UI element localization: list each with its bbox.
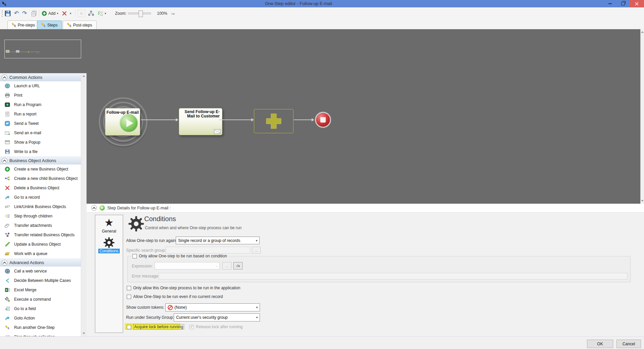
- details-tab-label: General: [102, 229, 116, 234]
- send-email-icon: [5, 130, 10, 136]
- zoom-slider-thumb[interactable]: [139, 10, 143, 17]
- sidebar-item-label: Go to a record: [14, 195, 40, 200]
- node-send-follow-up-email[interactable]: Send Follow-up E-Mail to Customer: [179, 108, 222, 135]
- layout-tree-button[interactable]: [88, 9, 94, 17]
- step-details-panel: ★GeneralConditions Conditions Control wh…: [87, 212, 644, 336]
- custom-tokens-dropdown[interactable]: (None) ▾: [165, 303, 260, 311]
- node-insert-step[interactable]: [254, 109, 293, 133]
- sidebar-item-label: Link/Unlink Business Objects: [14, 204, 66, 209]
- toolbar-grip[interactable]: [2, 10, 3, 17]
- section-header-business-object-actions[interactable]: Business Object Actions: [0, 156, 81, 164]
- step-details-title: Step Details for Follow-up E-mail :: [107, 206, 171, 210]
- sidebar-item-send-a-tweet[interactable]: Send a Tweet: [0, 119, 81, 128]
- sidebar-item-update-a-business-object[interactable]: Update a Business Object: [0, 240, 81, 249]
- restore-button[interactable]: [616, 0, 629, 7]
- paste-button[interactable]: [31, 9, 37, 17]
- section-header-advanced-actions[interactable]: Advanced Actions: [0, 258, 81, 266]
- tab-pre-steps[interactable]: Pre-steps: [7, 20, 39, 29]
- sidebar-item-create-a-new-business-object[interactable]: Create a new Business Object: [0, 164, 81, 174]
- sidebar-item-label: Print: [14, 93, 22, 98]
- sidebar-item-label: Excel Merge: [14, 288, 37, 292]
- checklist-button[interactable]: ▾: [97, 9, 106, 17]
- sidebar-item-write-to-a-file[interactable]: Write to a file: [0, 147, 81, 156]
- tab-steps[interactable]: Steps: [37, 20, 62, 29]
- delete-button[interactable]: [62, 9, 67, 17]
- sidebar-item-step-through-children[interactable]: Step through children: [0, 211, 81, 221]
- run-against-dropdown[interactable]: Single record or a group of records ▾: [176, 237, 260, 244]
- sidebar-item-go-to-a-field[interactable]: Go to a field: [0, 304, 81, 313]
- sidebar-item-run-a-program[interactable]: Run a Program: [0, 100, 81, 109]
- sidebar-item-send-an-e-mail[interactable]: Send an e-mail: [0, 128, 81, 138]
- zoom-slider-track[interactable]: [128, 12, 151, 14]
- decide-cases-icon: [5, 278, 10, 283]
- sidebar-item-step-through-collection[interactable]: Step through collection: [0, 332, 81, 336]
- sidebar-item-show-a-popup[interactable]: Show a Popup: [0, 138, 81, 147]
- launch-url-icon: [5, 83, 10, 89]
- checklist-dropdown-arrow[interactable]: ▾: [105, 12, 106, 15]
- acquire-lock-checkbox[interactable]: [127, 325, 131, 329]
- sidebar-item-label: Create a new Business Object: [14, 167, 68, 171]
- canvas-scroll-up[interactable]: [641, 31, 644, 33]
- sidebar-item-label: Goto Action: [14, 316, 35, 320]
- collapse-details-button[interactable]: [91, 205, 97, 211]
- sidebar-item-work-with-a-queue[interactable]: Work with a queue: [0, 249, 81, 258]
- sidebar-item-delete-a-business-object[interactable]: Delete a Business Object: [0, 183, 81, 193]
- node-end-stop[interactable]: [315, 111, 331, 128]
- details-tab-general[interactable]: ★General: [95, 217, 123, 234]
- delete-bo-icon: [5, 185, 10, 191]
- no-record-checkbox[interactable]: [127, 295, 131, 299]
- sidebar-item-go-to-a-record[interactable]: Go to a record: [0, 193, 81, 202]
- collapse-section-button[interactable]: [2, 74, 7, 80]
- details-tab-conditions[interactable]: Conditions: [95, 237, 123, 253]
- update-bo-icon: [5, 242, 10, 247]
- minimap-connector: [7, 52, 40, 52]
- toolbar-overflow-arrow[interactable]: ˅▾: [171, 12, 175, 16]
- cancel-button[interactable]: Cancel: [616, 340, 641, 348]
- section-header-common-actions[interactable]: Common Actions: [0, 73, 81, 81]
- sidebar-item-call-a-web-service[interactable]: Call a web service: [0, 266, 81, 276]
- save-button[interactable]: [5, 9, 11, 17]
- zoom-slider[interactable]: [128, 9, 151, 17]
- sidebar-item-launch-a-url[interactable]: Launch a URL: [0, 81, 81, 91]
- scroll-down-arrow[interactable]: [83, 333, 85, 334]
- search-group-browse-button: ...: [252, 247, 261, 254]
- add-button[interactable]: Add ▾: [42, 9, 58, 17]
- canvas-scroll-down[interactable]: [641, 200, 644, 202]
- app-only-checkbox[interactable]: [127, 286, 131, 290]
- collapse-section-button[interactable]: [2, 158, 7, 163]
- sidebar-item-print[interactable]: Print: [0, 91, 81, 100]
- sidebar-item-excel-merge[interactable]: Excel Merge: [0, 285, 81, 295]
- delete-dropdown[interactable]: ▾: [70, 9, 71, 17]
- tab-post-steps[interactable]: Post-steps: [63, 20, 97, 29]
- collapse-section-button[interactable]: [2, 260, 7, 265]
- canvas-scrollbar[interactable]: [640, 29, 644, 204]
- minimap-viewport[interactable]: [4, 40, 81, 58]
- flow-designer-canvas[interactable]: Follow-up E-mail Send Follow-up E-Mail t…: [87, 29, 644, 204]
- ok-button[interactable]: OK: [587, 340, 613, 348]
- condition-checkbox[interactable]: [132, 254, 137, 258]
- close-button[interactable]: [629, 0, 644, 7]
- sidebar-item-run-another-one-step[interactable]: Run another One-Step: [0, 323, 81, 332]
- sidebar-item-create-a-new-child-business-object[interactable]: Create a new child Business Object: [0, 174, 81, 183]
- minimize-button[interactable]: [604, 0, 616, 7]
- play-icon[interactable]: [119, 113, 139, 133]
- redo-button[interactable]: ↷: [22, 9, 27, 17]
- sidebar-item-transfer-attachments[interactable]: Transfer attachments: [0, 221, 81, 230]
- sidebar-item-execute-a-command[interactable]: Execute a command: [0, 295, 81, 304]
- undo-button[interactable]: ↶: [14, 9, 19, 17]
- sidebar-item-label: Update a Business Object: [14, 242, 61, 247]
- delete-icon: [62, 11, 67, 16]
- sidebar-scrollbar[interactable]: [81, 73, 87, 336]
- sidebar-item-goto-action[interactable]: Goto Action: [0, 313, 81, 323]
- sidebar-item-transfer-related-business-objects[interactable]: Transfer related Business Objects: [0, 230, 81, 240]
- sidebar-item-run-a-report[interactable]: Run a report: [0, 109, 81, 119]
- security-group-dropdown[interactable]: Current user's security group ▾: [174, 313, 260, 321]
- sidebar-item-label: Transfer attachments: [14, 223, 52, 228]
- sidebar-item-decide-between-multiple-cases[interactable]: Decide Between Multiple Cases: [0, 276, 81, 285]
- sidebar-item-link-unlink-business-objects[interactable]: Link/Unlink Business Objects: [0, 202, 81, 211]
- transfer-attachments-icon: [5, 223, 10, 228]
- condition-checkbox-label: Only allow One-step to be run based on c…: [139, 254, 227, 258]
- expression-fx-button[interactable]: √x: [233, 262, 243, 269]
- condition-groupbox: Only allow One-step to be run based on c…: [127, 256, 631, 282]
- scroll-up-arrow[interactable]: [83, 75, 85, 77]
